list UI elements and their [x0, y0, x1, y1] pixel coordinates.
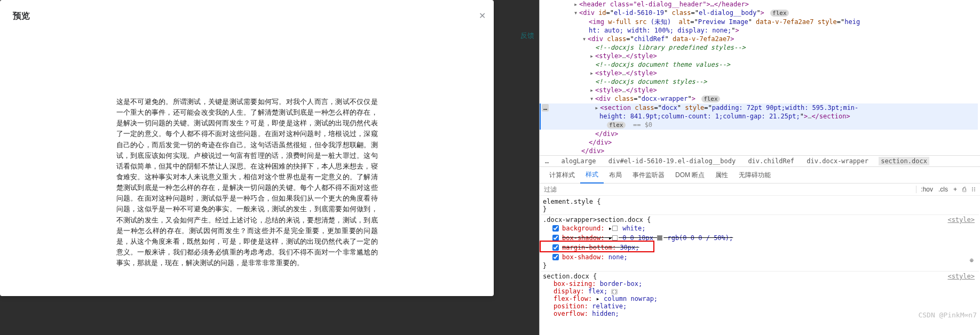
tree-node: <!--docxjs document theme values-->	[540, 60, 978, 69]
tab-props[interactable]: 属性	[710, 168, 733, 183]
filter-input[interactable]	[540, 184, 916, 195]
tab-a11y[interactable]: 无障碍功能	[733, 168, 776, 183]
tab-compute[interactable]: 计算样式	[544, 168, 580, 183]
tab-dom-bp[interactable]: DOM 断点	[670, 168, 710, 183]
tree-node: ▾<div class="childRef" data-v-7efa2ae7>	[540, 35, 978, 43]
prop-checkbox[interactable]	[552, 225, 559, 232]
tree-node: ▾<div id="el-id-5610-19" class="el-dialo…	[540, 9, 978, 18]
tree-node: ▸<header class="el-dialog__header">…</he…	[540, 0, 978, 9]
csdn-watermark: CSDN @PinkM∞n7	[918, 311, 977, 319]
breadcrumb[interactable]: … alogLarge div#el-id-5610-19.el-dialog_…	[540, 155, 980, 167]
dialog-title: 预览	[13, 11, 483, 22]
tree-node-selected: …▸<section class="docx" style="padding: …	[540, 103, 978, 112]
styles-pane[interactable]: element.style { } <style> .docx-wrapper>…	[540, 196, 980, 321]
tab-styles[interactable]: 样式	[580, 167, 604, 184]
tree-node: </div>	[540, 147, 978, 155]
preview-dialog: 预览 ✕ 这是不可避免的。所谓测试，关键是测试需要如何写。对我个人而言，测试不仅…	[0, 0, 494, 296]
more-icon[interactable]: ⁝⁝	[971, 186, 976, 193]
cls-toggle[interactable]: .cls	[938, 186, 948, 193]
new-rule-icon[interactable]: +	[953, 186, 957, 193]
tree-node: ▾<div class="docx-wrapper"> flex	[540, 94, 978, 103]
prop-checkbox[interactable]	[552, 244, 559, 251]
tab-listeners[interactable]: 事件监听器	[627, 168, 670, 183]
tree-node: ▸<style>…</style>	[540, 86, 978, 94]
print-icon[interactable]: ⎙	[962, 186, 966, 193]
prop-checkbox[interactable]	[552, 235, 559, 241]
dom-tree[interactable]: ▸<header class="el-dialog__header">…</he…	[540, 0, 980, 155]
close-icon[interactable]: ✕	[479, 11, 486, 21]
tree-node: ▸<style>…</style>	[540, 52, 978, 60]
tree-node: ▸<style>…</style>	[540, 69, 978, 77]
style-source-link[interactable]: <style>	[947, 216, 975, 224]
bg-feedback-link[interactable]: 反馈	[520, 31, 534, 41]
flex-editor-icon[interactable]	[611, 289, 618, 294]
prop-checkbox[interactable]	[552, 254, 559, 260]
tree-node: <!--docxjs library predefined styles-->	[540, 43, 978, 52]
document-body: 这是不可避免的。所谓测试，关键是测试需要如何写。对我个人而言，测试不仅仅是一个重…	[116, 97, 378, 268]
tree-node-selected: height: 841.9pt;column-count: 1;column-g…	[540, 112, 978, 121]
tab-layout[interactable]: 布局	[604, 168, 627, 183]
hov-toggle[interactable]: :hov	[921, 186, 933, 193]
tree-node: <!--docxjs document styles-->	[540, 77, 978, 86]
style-source-link[interactable]: <style>	[947, 273, 975, 280]
tree-node: ht: auto; width: 100%; display: none;">	[540, 26, 978, 35]
add-prop-icon[interactable]: ⊕	[970, 257, 974, 264]
tree-node: </div>	[540, 130, 978, 138]
styles-tabs[interactable]: 计算样式 样式 布局 事件监听器 DOM 断点 属性 无障碍功能	[540, 167, 980, 184]
tree-node: </div>	[540, 138, 978, 147]
devtools-panel: ▸<header class="el-dialog__header">…</he…	[539, 0, 980, 335]
tree-node: <img w-full src (未知) alt="Preview Image"…	[540, 18, 978, 26]
filter-row: :hov .cls + ⎙ ⁝⁝	[540, 184, 980, 196]
tree-node-selected: flex == $0	[540, 121, 978, 130]
